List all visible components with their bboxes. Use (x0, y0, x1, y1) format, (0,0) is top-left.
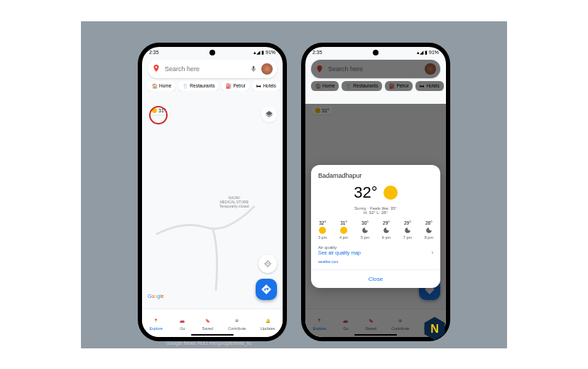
svg-point-2 (267, 263, 268, 264)
front-camera (373, 50, 379, 55)
sun-icon (340, 227, 347, 234)
home-indicator[interactable] (354, 334, 397, 336)
status-battery: 91% (266, 50, 276, 55)
moon-icon (404, 227, 411, 234)
go-icon: 🚗 (178, 316, 187, 326)
chip-petrol[interactable]: ⛽Petrol (222, 81, 249, 91)
weather-pill[interactable]: 31° (148, 107, 170, 114)
phone-right: 2:35 ▴◢▮91% 🏠Home 🍴Restaurants ⛽Petrol 🛏… (301, 43, 450, 341)
account-avatar[interactable] (261, 63, 273, 75)
poi-sub: Temporarily closed (219, 204, 249, 208)
moon-icon (383, 227, 390, 234)
chip-home[interactable]: 🏠Home (148, 81, 175, 91)
mic-icon[interactable] (250, 63, 257, 75)
search-bar[interactable] (148, 60, 277, 78)
plus-icon: ⊕ (232, 316, 242, 326)
front-camera (209, 50, 215, 55)
status-time: 2:35 (149, 50, 159, 55)
hour-item: 28°8 pm (425, 220, 433, 240)
nav-go[interactable]: 🚗 Go (178, 316, 187, 331)
hour-item: 29°7 pm (403, 220, 412, 240)
nav-contribute[interactable]: ⊕ Contribute (228, 316, 246, 331)
phone-left: 2:35 ▴◢ ▮ 91% 🏠Home 🍴Restauran (138, 43, 287, 341)
hour-item: 31°4 pm (339, 220, 348, 240)
weather-temp: 32° (354, 183, 377, 202)
poi-label[interactable]: NAOMI MEDICAL STORE Temporarily closed (219, 196, 249, 208)
locate-button[interactable] (258, 255, 277, 273)
bookmark-icon: 🔖 (202, 316, 212, 326)
svg-point-0 (156, 66, 158, 68)
category-chips: 🏠Home 🍴Restaurants ⛽Petrol 🛏Hotels (142, 81, 283, 91)
status-battery-icon: ▮ (261, 50, 264, 55)
close-button[interactable]: Close (311, 269, 440, 288)
poi-name: NAOMI MEDICAL STORE (219, 196, 249, 204)
hour-item: 29°6 pm (382, 220, 391, 240)
moon-icon (425, 227, 432, 234)
hour-item: 30°5 pm (361, 220, 369, 240)
chevron-right-icon: › (432, 250, 433, 255)
chip-restaurants[interactable]: 🍴Restaurants (178, 81, 219, 91)
nav-updates[interactable]: 🔔 Updates (261, 316, 276, 331)
chip-hotels[interactable]: 🛏Hotels (252, 81, 280, 91)
image-credit: Google News Rut.t.me/googlenews_ru (166, 341, 251, 346)
bell-icon: 🔔 (263, 316, 273, 326)
air-quality-link[interactable]: See air quality map› (318, 250, 433, 255)
svg-text:N: N (430, 322, 439, 335)
home-indicator[interactable] (191, 334, 234, 336)
weather-pill-temp: 31° (158, 108, 166, 113)
hourly-forecast: 32°3 pm 31°4 pm 30°5 pm 29°6 pm 29°7 pm … (318, 220, 433, 240)
status-signal-icon: ▴◢ (254, 50, 260, 55)
bottom-nav: 📍 Explore 🚗 Go 🔖 Saved ⊕ Contribute 🔔 (142, 309, 283, 337)
map-canvas[interactable]: 31° NAOMI MEDICAL STORE Temporarily clos… (142, 104, 283, 309)
sun-icon (319, 227, 326, 234)
layers-button[interactable] (261, 107, 277, 122)
weather-card: Badamadhapur 32° Sunny · Feels like: 35°… (311, 165, 440, 288)
weather-source[interactable]: weather.com (318, 260, 433, 264)
maps-pin-icon (152, 63, 160, 75)
weather-location: Badamadhapur (318, 172, 433, 179)
moon-icon (361, 227, 369, 234)
google-attribution: Google (148, 294, 164, 299)
source-badge-icon: N (422, 316, 447, 341)
weather-hilo: H: 32° L: 28° (318, 210, 433, 215)
sun-icon (152, 108, 157, 113)
search-input[interactable] (165, 65, 246, 73)
hour-item: 32°3 pm (318, 220, 327, 240)
nav-saved[interactable]: 🔖 Saved (202, 316, 214, 331)
sun-icon (383, 186, 398, 200)
air-quality-label: Air quality (318, 245, 433, 250)
pin-icon: 📍 (151, 316, 161, 326)
nav-explore[interactable]: 📍 Explore (149, 316, 163, 331)
directions-fab[interactable] (256, 279, 277, 300)
